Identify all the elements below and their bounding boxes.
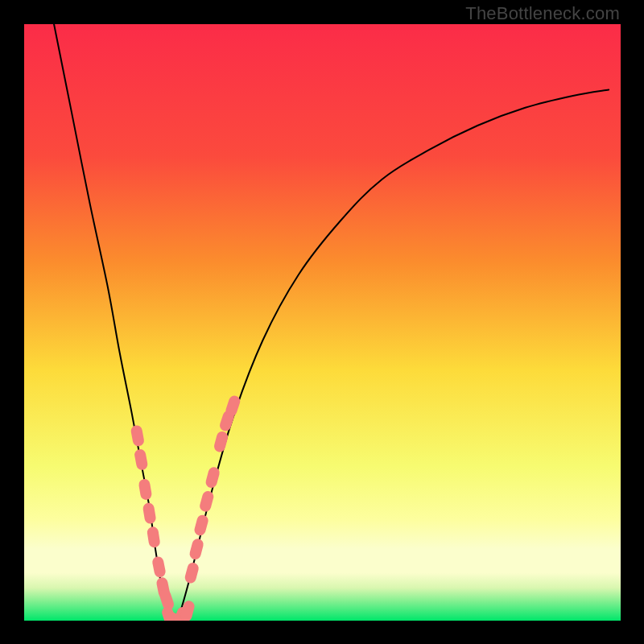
- outer-black-frame: TheBottleneck.com: [0, 0, 644, 644]
- plot-area: [24, 24, 621, 621]
- chart-svg: [24, 24, 621, 621]
- watermark-text: TheBottleneck.com: [465, 3, 620, 24]
